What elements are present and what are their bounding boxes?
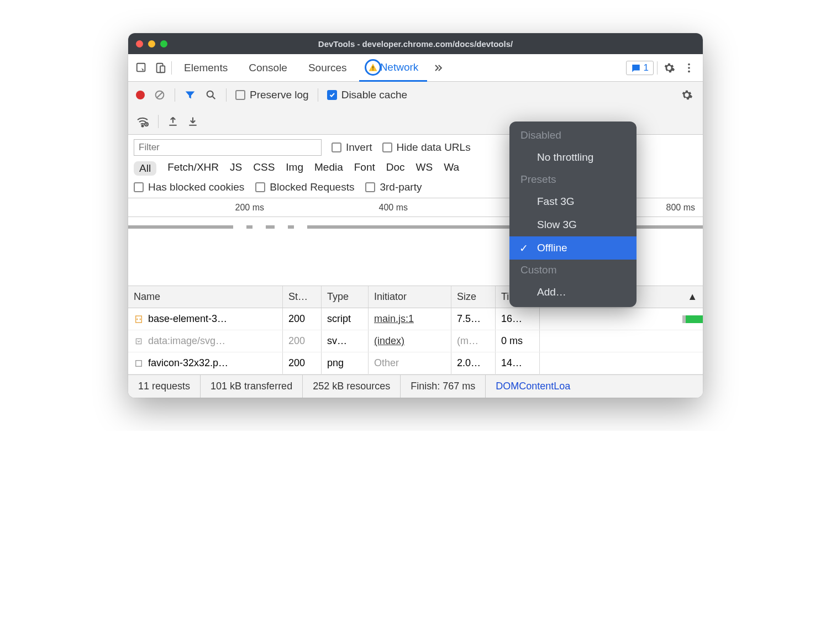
settings-gear-icon[interactable] xyxy=(661,60,677,76)
export-har-icon[interactable] xyxy=(187,116,198,127)
devtools-window: DevTools - developer.chrome.com/docs/dev… xyxy=(128,33,703,398)
request-time: 14… xyxy=(496,352,540,374)
col-type[interactable]: Type xyxy=(322,286,369,308)
chip-img[interactable]: Img xyxy=(286,161,303,176)
separator xyxy=(158,115,159,128)
device-toggle-icon[interactable] xyxy=(152,60,168,76)
issues-count: 1 xyxy=(644,62,649,73)
request-status: 200 xyxy=(283,352,322,374)
import-har-icon[interactable] xyxy=(167,116,178,127)
throttling-option-no-throttling[interactable]: No throttling xyxy=(509,146,637,169)
request-status: 200 xyxy=(283,330,322,352)
request-status: 200 xyxy=(283,308,322,330)
col-initiator[interactable]: Initiator xyxy=(369,286,451,308)
svg-rect-2 xyxy=(160,66,165,72)
throttling-dropdown: Disabled No throttling Presets Fast 3G S… xyxy=(509,122,637,307)
status-resources: 252 kB resources xyxy=(303,375,401,398)
initiator-link[interactable]: (index) xyxy=(374,335,404,347)
status-transferred: 101 kB transferred xyxy=(201,375,303,398)
tab-elements[interactable]: Elements xyxy=(175,54,236,81)
filter-input[interactable] xyxy=(134,139,322,156)
window-title: DevTools - developer.chrome.com/docs/dev… xyxy=(128,39,703,49)
waterfall-cell xyxy=(540,308,703,330)
timeline-tick: 400 ms xyxy=(272,203,416,213)
chip-font[interactable]: Font xyxy=(354,161,375,176)
request-time: 16… xyxy=(496,308,540,330)
status-requests: 11 requests xyxy=(128,375,201,398)
record-button[interactable] xyxy=(136,91,145,99)
titlebar: DevTools - developer.chrome.com/docs/dev… xyxy=(128,33,703,54)
network-settings-gear-icon[interactable] xyxy=(679,87,695,103)
blocked-requests-checkbox[interactable]: Blocked Requests xyxy=(255,181,354,193)
chip-css[interactable]: CSS xyxy=(253,161,275,176)
has-blocked-cookies-checkbox[interactable]: Has blocked cookies xyxy=(134,181,244,193)
dropdown-group-label: Disabled xyxy=(509,125,637,146)
chip-js[interactable]: JS xyxy=(230,161,242,176)
network-conditions-icon[interactable] xyxy=(136,115,149,128)
separator xyxy=(318,88,318,102)
request-name: data:image/svg… xyxy=(148,335,225,347)
separator xyxy=(657,61,658,75)
timeline-tick: 200 ms xyxy=(128,203,272,213)
issues-button[interactable]: 1 xyxy=(626,61,654,75)
tab-network[interactable]: Network xyxy=(359,55,428,82)
dropdown-group-label: Presets xyxy=(509,169,637,190)
sort-triangle-icon: ▲ xyxy=(687,291,697,303)
throttling-option-slow-3g[interactable]: Slow 3G xyxy=(509,213,637,236)
svg-point-5 xyxy=(688,63,690,65)
svg-rect-3 xyxy=(372,66,374,68)
svg-point-10 xyxy=(142,125,144,126)
disable-cache-checkbox[interactable]: Disable cache xyxy=(327,89,407,101)
invert-checkbox[interactable]: Invert xyxy=(332,141,372,154)
request-type: sv… xyxy=(322,330,369,352)
generic-file-icon xyxy=(134,336,144,346)
separator xyxy=(175,88,175,102)
inspect-element-icon[interactable] xyxy=(134,60,149,76)
status-domcontentloaded: DOMContentLoa xyxy=(486,375,580,398)
hide-data-urls-checkbox[interactable]: Hide data URLs xyxy=(382,141,471,154)
svg-rect-13 xyxy=(136,339,141,344)
preserve-log-checkbox[interactable]: Preserve log xyxy=(235,89,309,101)
chip-media[interactable]: Media xyxy=(314,161,343,176)
warning-icon xyxy=(368,62,378,72)
throttling-option-add[interactable]: Add… xyxy=(509,281,637,304)
svg-point-6 xyxy=(688,67,690,69)
request-row[interactable]: favicon-32x32.p… 200 png Other 2.0… 14… xyxy=(128,352,703,374)
chip-all[interactable]: All xyxy=(134,161,156,176)
request-size: 7.5… xyxy=(451,308,496,330)
clear-icon[interactable] xyxy=(154,89,166,101)
check-icon: ✓ xyxy=(519,242,528,255)
request-row[interactable]: data:image/svg… 200 sv… (index) (m… 0 ms xyxy=(128,330,703,352)
chip-doc[interactable]: Doc xyxy=(386,161,405,176)
issues-icon xyxy=(631,63,641,73)
col-status[interactable]: St… xyxy=(283,286,322,308)
tab-console[interactable]: Console xyxy=(240,54,296,81)
request-time: 0 ms xyxy=(496,330,540,352)
search-icon[interactable] xyxy=(205,89,217,101)
devtools-tabs: Elements Console Sources Network 1 xyxy=(128,54,703,82)
request-name: base-element-3… xyxy=(148,313,227,325)
col-size[interactable]: Size xyxy=(451,286,496,308)
tab-sources[interactable]: Sources xyxy=(299,54,356,81)
chip-ws[interactable]: WS xyxy=(416,161,433,176)
separator xyxy=(171,61,172,75)
throttling-option-offline[interactable]: ✓ Offline xyxy=(509,236,637,260)
request-type: png xyxy=(322,352,369,374)
throttling-option-fast-3g[interactable]: Fast 3G xyxy=(509,190,637,213)
chip-fetch-xhr[interactable]: Fetch/XHR xyxy=(167,161,219,176)
col-name[interactable]: Name xyxy=(128,286,283,308)
svg-point-7 xyxy=(688,70,690,72)
script-file-icon xyxy=(134,314,144,324)
more-menu-icon[interactable] xyxy=(681,60,697,76)
waterfall-cell xyxy=(540,352,703,374)
request-row[interactable]: base-element-3… 200 script main.js:1 7.5… xyxy=(128,308,703,330)
initiator-link[interactable]: main.js:1 xyxy=(374,313,414,325)
svg-rect-14 xyxy=(136,360,142,366)
filter-funnel-icon[interactable] xyxy=(184,89,196,101)
checkbox-checked-icon xyxy=(327,90,337,100)
chip-wasm[interactable]: Wa xyxy=(444,161,459,176)
request-size: (m… xyxy=(451,330,496,352)
more-tabs-chevron-icon[interactable] xyxy=(430,60,446,76)
status-finish: Finish: 767 ms xyxy=(401,375,486,398)
third-party-checkbox[interactable]: 3rd-party xyxy=(365,181,422,193)
